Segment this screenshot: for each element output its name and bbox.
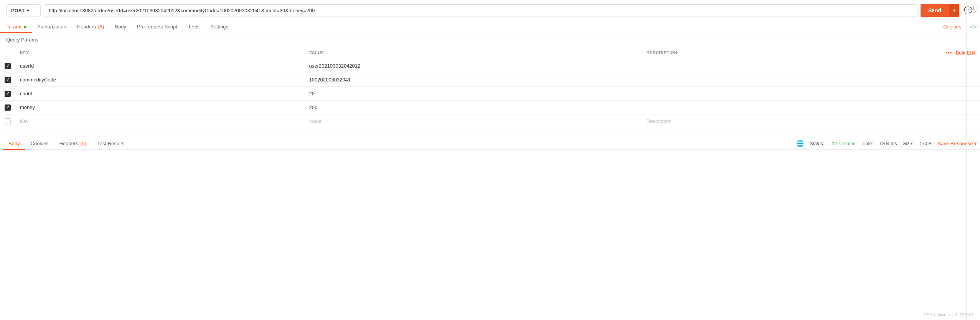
row-desc-input-1[interactable]: [647, 76, 975, 83]
status-row: 🌐 Status: 201 Created Time: 1204 ms Size…: [796, 140, 977, 147]
tab-test-results[interactable]: Test Results: [92, 138, 130, 149]
row-value-cell-2: [305, 87, 642, 101]
row-value-input-2[interactable]: [309, 90, 637, 97]
cookies-link[interactable]: Cookies: [938, 21, 967, 33]
row-checkbox-3[interactable]: [5, 104, 11, 111]
watermark: CSDN @weixin_44226181: [924, 312, 974, 317]
empty-value-cell: [305, 114, 642, 128]
table-row: [0, 101, 980, 114]
row-value-cell-3: [305, 101, 642, 114]
row-checkbox-2[interactable]: [5, 91, 11, 97]
tab-params[interactable]: Params: [0, 21, 32, 33]
row-key-input-0[interactable]: [20, 62, 300, 70]
response-tabs-row: Body Cookies Headers (5) Test Results 🌐 …: [0, 138, 980, 150]
empty-checkbox-cell: [0, 114, 15, 128]
tab-body[interactable]: Body: [109, 21, 132, 33]
row-value-input-1[interactable]: [309, 76, 637, 83]
size-label: Size:: [903, 141, 914, 146]
desc-col-header: DESCRIPTION ••• Bulk Edit: [642, 46, 980, 59]
request-tabs: Params Authorization Headers (8) Body Pr…: [0, 21, 980, 33]
row-key-cell-1: [15, 73, 305, 87]
send-button[interactable]: Send: [921, 4, 949, 17]
tab-response-cookies[interactable]: Cookies: [25, 138, 54, 149]
bottom-section: Body Cookies Headers (5) Test Results 🌐 …: [0, 136, 980, 150]
empty-desc-cell: [642, 114, 980, 128]
params-dot: [24, 26, 26, 28]
time-label: Time:: [862, 141, 873, 146]
table-row: [0, 87, 980, 101]
row-desc-cell-1: [642, 73, 980, 87]
response-headers-badge: (5): [80, 141, 86, 146]
empty-key-input[interactable]: [20, 118, 300, 125]
row-checkbox-cell: [0, 73, 15, 87]
query-params-title: Query Params: [0, 33, 980, 46]
empty-row: [0, 114, 980, 128]
tab-response-body[interactable]: Body: [3, 138, 25, 149]
empty-value-input[interactable]: [309, 118, 637, 125]
row-desc-input-3[interactable]: [647, 104, 975, 111]
globe-icon: 🌐: [796, 140, 804, 147]
empty-key-cell: [15, 114, 305, 128]
row-value-input-0[interactable]: [309, 62, 637, 70]
url-bar-section: POST ▾ Send ▾ 💬: [0, 0, 980, 21]
row-key-cell-3: [15, 101, 305, 114]
row-key-input-1[interactable]: [20, 76, 300, 83]
tab-settings[interactable]: Settings: [205, 21, 234, 33]
tab-authorization[interactable]: Authorization: [32, 21, 72, 33]
info-icon[interactable]: ℹ: [969, 4, 978, 12]
row-desc-cell-3: [642, 101, 980, 114]
row-checkbox-cell: [0, 59, 15, 73]
row-key-input-2[interactable]: [20, 90, 300, 97]
table-row: [0, 73, 980, 87]
table-header-row: KEY VALUE DESCRIPTION ••• Bulk Edit: [0, 46, 980, 59]
row-key-cell-2: [15, 87, 305, 101]
row-checkbox-cell: [0, 87, 15, 101]
method-label: POST: [11, 8, 25, 13]
row-checkbox-1[interactable]: [5, 77, 11, 83]
right-panel: ℹ: [966, 0, 980, 320]
send-dropdown-button[interactable]: ▾: [949, 4, 959, 17]
row-value-input-3[interactable]: [309, 104, 637, 111]
tab-prerequest[interactable]: Pre-request Script: [132, 21, 183, 33]
row-desc-cell-0: [642, 59, 980, 73]
row-checkbox-cell: [0, 101, 15, 114]
method-dropdown[interactable]: POST ▾: [6, 4, 41, 17]
status-value: 201 Created: [830, 141, 856, 146]
row-checkbox-0[interactable]: [5, 63, 11, 69]
url-input[interactable]: [44, 4, 917, 17]
row-desc-input-2[interactable]: [647, 90, 975, 97]
headers-badge: (8): [98, 24, 104, 30]
row-key-cell-0: [15, 59, 305, 73]
value-col-header: VALUE: [305, 46, 642, 59]
key-col-header: KEY: [15, 46, 305, 59]
checkbox-col-header: [0, 46, 15, 59]
status-label: Status:: [810, 141, 824, 146]
tab-tests[interactable]: Tests: [183, 21, 205, 33]
more-options-icon[interactable]: •••: [945, 50, 952, 56]
params-table: KEY VALUE DESCRIPTION ••• Bulk Edit: [0, 46, 980, 128]
row-desc-cell-2: [642, 87, 980, 101]
time-value: 1204 ms: [879, 141, 897, 146]
empty-checkbox[interactable]: [5, 118, 11, 124]
tab-response-headers[interactable]: Headers (5): [54, 138, 92, 149]
tab-headers[interactable]: Headers (8): [72, 21, 110, 33]
send-button-group: Send ▾: [921, 4, 959, 17]
row-desc-input-0[interactable]: [647, 62, 975, 70]
empty-desc-input[interactable]: [647, 118, 975, 125]
table-row: [0, 59, 980, 73]
row-value-cell-1: [305, 73, 642, 87]
chevron-down-icon: ▾: [27, 8, 29, 13]
size-value: 170 B: [919, 141, 931, 146]
row-key-input-3[interactable]: [20, 104, 300, 111]
row-value-cell-0: [305, 59, 642, 73]
